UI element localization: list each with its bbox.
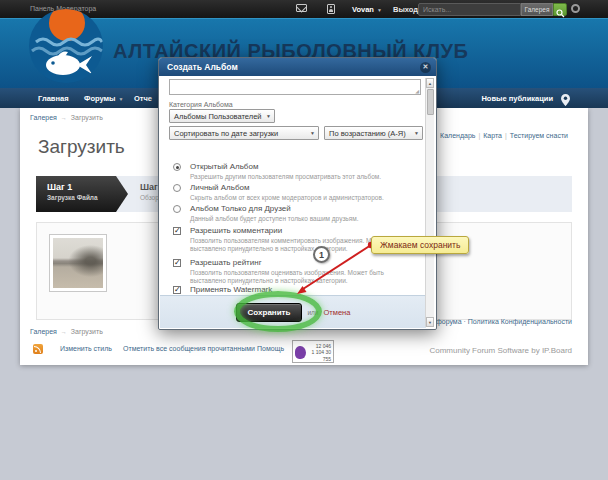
logout-link[interactable]: Выход xyxy=(393,5,418,14)
search-button[interactable] xyxy=(553,3,567,16)
scrollbar-thumb[interactable] xyxy=(427,89,434,115)
breadcrumb-current: Загрузить xyxy=(71,328,103,335)
user-menu[interactable]: Vovan▼ xyxy=(352,5,382,14)
separator: | xyxy=(478,132,480,139)
modal-title: Создать Альбом xyxy=(167,62,238,72)
breadcrumb: Галерея→Загрузить xyxy=(30,114,103,121)
chevron-down-icon: ▼ xyxy=(310,127,315,140)
checkbox-icon[interactable] xyxy=(173,227,181,235)
radio-icon[interactable] xyxy=(173,184,181,192)
location-pin-icon[interactable] xyxy=(561,92,570,110)
visitor-counter: 12 046 1 104 30 755 xyxy=(292,340,334,363)
counter-icon xyxy=(295,346,306,359)
step-1-tab: Шаг 1 Загрузка Файла xyxy=(36,176,128,212)
radio-label: Альбом Только для Друзей xyxy=(190,204,419,213)
privacy-policy-link[interactable]: а форума · Политика Конфиденциальности xyxy=(430,318,572,325)
category-label: Категория Альбома xyxy=(169,101,233,108)
nav-new-content[interactable]: Новые публикации xyxy=(481,94,553,103)
page-title: Загрузить xyxy=(38,136,125,158)
search-icon xyxy=(556,9,565,18)
radio-friends-album[interactable]: Альбом Только для Друзей Данный альбом б… xyxy=(173,204,419,223)
change-style-link[interactable]: Изменить стиль xyxy=(60,345,112,352)
messages-icon[interactable] xyxy=(296,4,307,12)
checkbox-label: Разрешать рейтинг xyxy=(190,258,419,267)
checkbox-label: Разрешить комментарии xyxy=(190,226,419,235)
radio-desc: Скрыть альбом от всех кроме модераторов … xyxy=(190,194,418,202)
nav-item-reports[interactable]: Отче xyxy=(134,94,152,103)
breadcrumb-arrow-icon: → xyxy=(61,115,67,121)
radio-label: Открытый Альбом xyxy=(190,162,419,171)
photo-preview xyxy=(53,238,103,288)
site-logo[interactable] xyxy=(28,8,104,88)
gear-icon[interactable] xyxy=(571,4,580,13)
checkbox-label: Применять Watermark xyxy=(190,285,419,294)
checkbox-icon[interactable] xyxy=(173,259,181,267)
checkbox-desc: Позволить пользователям оценивать изобра… xyxy=(190,269,418,285)
breadcrumb-gallery-link[interactable]: Галерея xyxy=(30,114,57,121)
counter-numbers: 12 046 1 104 30 755 xyxy=(312,343,331,363)
annotation-step-number: 1 xyxy=(313,246,330,263)
modal-title-bar: Создать Альбом ✕ xyxy=(159,58,436,76)
profile-card-icon[interactable] xyxy=(327,4,335,14)
annotation-balloon: Жмакаем сохранить xyxy=(371,236,469,254)
breadcrumb-bottom: Галерея→Загрузить xyxy=(30,328,103,335)
cancel-link[interactable]: Отмена xyxy=(323,308,350,317)
quick-links: Календарь|Карта|Тестируем снасти xyxy=(440,132,568,139)
map-link[interactable]: Карта xyxy=(483,132,502,139)
category-value: Альбомы Пользователей xyxy=(174,112,262,121)
mark-read-link[interactable]: Отметить все сообщения прочитанными xyxy=(123,345,255,352)
modal-body: ◢ Категория Альбома Альбомы Пользователе… xyxy=(159,76,436,329)
radio-private-album[interactable]: Личный Альбом Скрыть альбом от всех кром… xyxy=(173,183,419,202)
ipboard-copyright: Community Forum Software by IP.Board xyxy=(429,346,572,355)
breadcrumb-arrow-icon: → xyxy=(61,329,67,335)
step-1-name: Шаг 1 xyxy=(47,182,128,192)
create-album-modal: Создать Альбом ✕ ◢ Категория Альбома Аль… xyxy=(158,57,437,330)
help-link[interactable]: Помощь xyxy=(257,345,284,352)
username-label: Vovan xyxy=(352,5,374,14)
resize-handle-icon[interactable]: ◢ xyxy=(415,89,419,94)
breadcrumb-current: Загрузить xyxy=(71,114,103,121)
radio-open-album[interactable]: Открытый Альбом Разрешить другим пользов… xyxy=(173,162,419,181)
test-gear-link[interactable]: Тестируем снасти xyxy=(510,132,568,139)
fish-club-logo-icon xyxy=(28,8,104,84)
separator: | xyxy=(505,132,507,139)
scroll-down-icon[interactable]: ▼ xyxy=(426,317,434,327)
scroll-up-icon[interactable]: ▲ xyxy=(426,78,434,88)
sort-value: Сортировать по дате загрузки xyxy=(174,129,278,138)
category-select[interactable]: Альбомы Пользователей ▼ xyxy=(169,109,275,123)
radio-desc: Разрешить другим пользователям просматри… xyxy=(190,173,418,181)
nav-forums-label: Форумы xyxy=(84,94,116,103)
rss-icon[interactable] xyxy=(33,344,43,354)
save-button-highlight-ring xyxy=(234,291,322,332)
radio-icon[interactable] xyxy=(173,205,181,213)
chevron-down-icon: ▼ xyxy=(266,110,271,123)
breadcrumb-gallery-link[interactable]: Галерея xyxy=(30,328,57,335)
step-1-sub: Загрузка Файла xyxy=(47,194,128,201)
nav-item-forums[interactable]: Форумы▼ xyxy=(84,94,123,103)
order-select[interactable]: По возрастанию (А-Я) ▼ xyxy=(324,126,423,140)
album-description-textarea[interactable]: ◢ xyxy=(169,79,421,95)
checkbox-icon[interactable] xyxy=(173,286,181,294)
search-scope-button[interactable]: Галерея xyxy=(521,3,553,16)
chevron-down-icon: ▼ xyxy=(119,96,124,102)
close-icon[interactable]: ✕ xyxy=(420,62,431,73)
radio-icon[interactable] xyxy=(173,163,181,171)
sort-select[interactable]: Сортировать по дате загрузки ▼ xyxy=(169,126,319,140)
radio-desc: Данный альбом будет доступен только ваши… xyxy=(190,215,418,223)
chevron-down-icon: ▼ xyxy=(414,127,419,140)
page: Панель Модератора Vovan▼ Выход Галерея А… xyxy=(0,0,608,480)
search-input[interactable] xyxy=(418,3,521,16)
nav-item-home[interactable]: Главная xyxy=(38,94,69,103)
modal-scrollbar[interactable]: ▲ ▼ xyxy=(425,78,434,327)
uploaded-image-thumbnail[interactable] xyxy=(49,234,107,292)
radio-label: Личный Альбом xyxy=(190,183,419,192)
calendar-link[interactable]: Календарь xyxy=(440,132,475,139)
checkbox-allow-rating[interactable]: Разрешать рейтинг Позволить пользователя… xyxy=(173,258,419,285)
chevron-down-icon: ▼ xyxy=(377,7,382,13)
order-value: По возрастанию (А-Я) xyxy=(329,129,406,138)
